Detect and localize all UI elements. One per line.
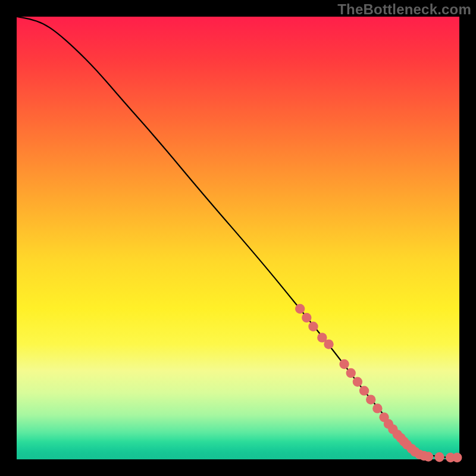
highlight-dot	[424, 452, 433, 461]
plot-area	[17, 17, 459, 459]
highlight-dot	[372, 403, 382, 413]
highlight-dot	[452, 453, 462, 462]
highlight-dot	[353, 377, 362, 387]
highlight-dot	[295, 304, 305, 314]
highlight-dot	[359, 386, 369, 395]
chart-svg	[17, 17, 459, 459]
chart-frame: TheBottleneck.com	[0, 0, 476, 476]
highlight-dot	[308, 322, 318, 331]
highlight-dot	[339, 359, 349, 369]
main-curve	[17, 17, 459, 458]
highlight-dots	[295, 304, 462, 462]
highlight-dot	[366, 394, 375, 404]
highlight-dot	[324, 339, 333, 349]
highlight-dot	[434, 452, 444, 462]
highlight-dot	[302, 313, 311, 322]
watermark-text: TheBottleneck.com	[337, 1, 471, 18]
highlight-dot	[346, 368, 356, 378]
